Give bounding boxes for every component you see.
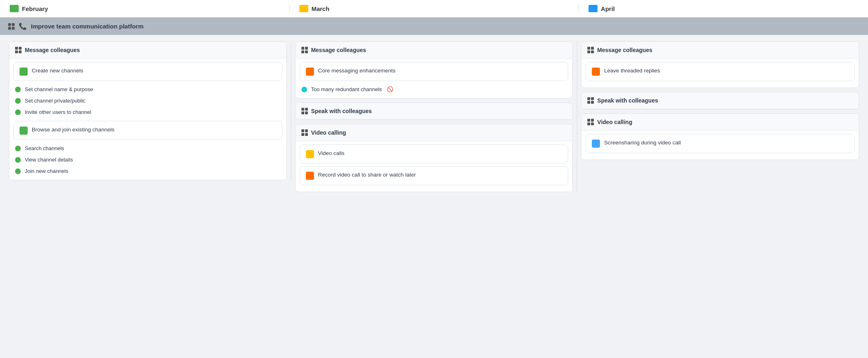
- video-calls-color: [306, 150, 314, 158]
- month-april: April: [579, 5, 868, 12]
- task-redundant-channels: Too many redundant channels 🚫: [296, 83, 573, 95]
- group-grid-icon: [587, 97, 594, 104]
- epic-grid-icon: [8, 23, 15, 30]
- apr-message-group-title: Message colleagues: [597, 47, 652, 53]
- mar-speak-group: Speak with colleagues: [295, 103, 573, 120]
- task-search-channels: Search channels: [9, 142, 286, 154]
- story-threaded-replies: Leave threaded replies: [586, 62, 855, 81]
- story-core-messaging: Core messaging enhancements: [300, 62, 569, 81]
- group-grid-icon: [301, 47, 308, 53]
- task-redundant-text: Too many redundant channels: [311, 86, 382, 92]
- task-set-name: Set channel name & purpose: [9, 83, 286, 95]
- column-march: Message colleagues Core messaging enhanc…: [291, 41, 578, 192]
- task-join-channels: Join new channels: [9, 165, 286, 177]
- story-record-video: Record video call to share or watch late…: [300, 166, 569, 185]
- feb-message-group: Message colleagues Create new channels S…: [9, 41, 287, 180]
- feb-message-group-title: Message colleagues: [25, 47, 80, 53]
- task-view-details: View channel details: [9, 154, 286, 165]
- phone-icon: 📞: [19, 22, 27, 30]
- create-channels-text: Create new channels: [32, 67, 83, 75]
- march-label: March: [312, 5, 329, 12]
- group-grid-icon: [15, 47, 22, 53]
- svg-rect-2: [589, 5, 598, 12]
- april-label: April: [601, 5, 615, 12]
- month-march: March: [290, 5, 579, 12]
- no-entry-icon: 🚫: [387, 86, 393, 92]
- task-dot: [301, 87, 307, 92]
- browse-channels-text: Browse and join existing channels: [32, 126, 114, 134]
- epic-header: 📞 Improve team communication platform: [0, 17, 868, 35]
- column-april: Message colleagues Leave threaded replie…: [577, 41, 863, 160]
- mar-speak-group-title: Speak with colleagues: [311, 108, 372, 114]
- apr-speak-group-title: Speak with colleagues: [597, 97, 658, 104]
- epic-title: Improve team communication platform: [31, 23, 144, 30]
- mar-message-group-body: Core messaging enhancements Too many red…: [296, 59, 573, 98]
- story-browse-channels: Browse and join existing channels: [13, 121, 282, 140]
- march-flag-icon: [299, 5, 308, 12]
- task-dot: [15, 87, 21, 92]
- mar-video-group-header: Video calling: [296, 124, 573, 141]
- story-screensharing: Screensharing during video call: [586, 134, 855, 153]
- group-grid-icon: [301, 129, 308, 136]
- apr-message-group-header: Message colleagues: [582, 42, 859, 59]
- mar-message-group: Message colleagues Core messaging enhanc…: [295, 41, 573, 98]
- apr-video-group: Video calling Screensharing during video…: [581, 114, 859, 160]
- task-dot: [15, 109, 21, 115]
- screensharing-color: [592, 140, 600, 148]
- browse-channels-color: [20, 127, 28, 135]
- task-invite-users: Invite other users to channel: [9, 106, 286, 118]
- mar-message-group-header: Message colleagues: [296, 42, 573, 59]
- record-video-text: Record video call to share or watch late…: [318, 171, 416, 179]
- mar-video-group-body: Video calls Record video call to share o…: [296, 141, 573, 192]
- apr-video-group-title: Video calling: [597, 119, 632, 125]
- apr-speak-group: Speak with colleagues: [581, 92, 859, 109]
- mar-video-group: Video calling Video calls Record video c…: [295, 124, 573, 192]
- task-invite-text: Invite other users to channel: [25, 109, 91, 115]
- threaded-replies-color: [592, 68, 600, 76]
- screensharing-text: Screensharing during video call: [604, 139, 680, 147]
- record-video-color: [306, 172, 314, 180]
- video-calls-text: Video calls: [318, 150, 345, 157]
- month-bar: February March April: [0, 0, 868, 17]
- svg-rect-1: [299, 5, 308, 12]
- mar-speak-group-header: Speak with colleagues: [296, 103, 573, 120]
- feb-message-group-header: Message colleagues: [9, 42, 286, 59]
- threaded-replies-text: Leave threaded replies: [604, 67, 660, 75]
- apr-video-group-header: Video calling: [582, 114, 859, 131]
- mar-message-group-title: Message colleagues: [311, 47, 366, 53]
- group-grid-icon: [301, 108, 308, 114]
- task-view-text: View channel details: [25, 157, 73, 163]
- task-dot: [15, 157, 21, 163]
- column-february: Message colleagues Create new channels S…: [5, 41, 291, 180]
- month-february: February: [0, 5, 290, 12]
- april-flag-icon: [589, 5, 598, 12]
- february-flag-icon: [10, 5, 19, 12]
- story-video-calls: Video calls: [300, 144, 569, 164]
- apr-speak-group-header: Speak with colleagues: [582, 92, 859, 109]
- task-dot: [15, 98, 21, 104]
- task-dot: [15, 146, 21, 151]
- task-dot: [15, 168, 21, 174]
- task-set-private: Set channel private/public: [9, 95, 286, 106]
- create-channels-color: [20, 68, 28, 76]
- task-set-private-text: Set channel private/public: [25, 98, 85, 104]
- task-search-text: Search channels: [25, 145, 64, 151]
- february-label: February: [22, 5, 48, 12]
- svg-rect-0: [10, 5, 19, 12]
- main-columns: Message colleagues Create new channels S…: [0, 35, 868, 199]
- group-grid-icon: [587, 47, 594, 53]
- apr-message-group-body: Leave threaded replies: [582, 59, 859, 87]
- task-set-name-text: Set channel name & purpose: [25, 86, 93, 92]
- apr-video-group-body: Screensharing during video call: [582, 131, 859, 159]
- task-join-text: Join new channels: [25, 168, 68, 174]
- core-messaging-text: Core messaging enhancements: [318, 67, 396, 75]
- core-messaging-color: [306, 68, 314, 76]
- group-grid-icon: [587, 119, 594, 125]
- story-create-channels: Create new channels: [13, 62, 282, 81]
- mar-video-group-title: Video calling: [311, 129, 346, 136]
- feb-message-group-body: Create new channels Set channel name & p…: [9, 59, 286, 180]
- apr-message-group: Message colleagues Leave threaded replie…: [581, 41, 859, 88]
